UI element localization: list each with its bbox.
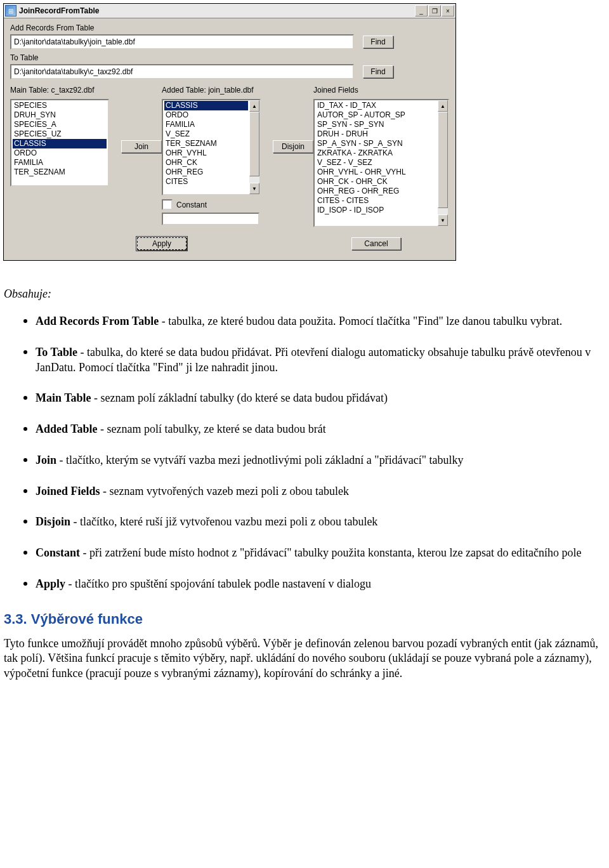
disjoin-button[interactable]: Disjoin: [273, 140, 313, 153]
document-body: Obsahuje: Add Records From Table - tabul…: [0, 261, 609, 695]
constant-checkbox[interactable]: [162, 199, 173, 210]
list-item: Joined Fields - seznam vytvořených vazeb…: [36, 482, 605, 499]
term-text: - tlačítko, kterým se vytváří vazba mezi…: [56, 454, 464, 466]
constant-input[interactable]: [162, 213, 259, 225]
list-item[interactable]: ORDO: [164, 110, 248, 120]
term-text: - při zatržení bude místo hodnot z "přid…: [80, 546, 581, 559]
list-item[interactable]: TER_SEZNAM: [164, 139, 248, 148]
add-records-label: Add Records From Table: [10, 23, 449, 32]
list-item[interactable]: SPECIES_A: [13, 120, 107, 129]
term: Apply: [36, 577, 65, 590]
term-text: - seznam polí základní tabulky (do které…: [91, 391, 388, 404]
list-item[interactable]: OHR_REG - OHR_REG: [316, 187, 436, 196]
list-item[interactable]: OHR_CK: [164, 158, 248, 168]
scroll-thumb[interactable]: [249, 112, 259, 176]
main-table-listbox[interactable]: SPECIESDRUH_SYNSPECIES_ASPECIES_UZCLASSI…: [10, 99, 109, 187]
list-item[interactable]: FAMILIA: [13, 158, 107, 168]
term: Add Records From Table: [36, 315, 159, 327]
list-item: Apply - tlačítko pro spuštění spojování …: [36, 575, 605, 592]
list-item[interactable]: DRUH - DRUH: [316, 129, 436, 139]
list-item[interactable]: SP_SYN - SP_SYN: [316, 120, 436, 129]
list-item: Main Table - seznam polí základní tabulk…: [36, 389, 605, 406]
scroll-down-icon[interactable]: ▼: [438, 214, 448, 226]
scrollbar-joined[interactable]: ▲ ▼: [438, 100, 448, 226]
list-item[interactable]: CLASSIS: [164, 101, 248, 110]
dialog-window: ⊞ JoinRecordFromTable _ ❐ × Add Records …: [3, 3, 456, 261]
minimize-icon[interactable]: _: [415, 5, 428, 16]
list-item[interactable]: ORDO: [13, 148, 107, 158]
term-text: - seznam polí tabulky, ze které se data …: [98, 423, 326, 435]
scroll-down-icon[interactable]: ▼: [249, 183, 259, 194]
added-table-listbox[interactable]: CLASSISORDOFAMILIAV_SEZTER_SEZNAMOHR_VYH…: [162, 99, 261, 195]
list-item[interactable]: SPECIES_UZ: [13, 129, 107, 139]
list-item: To Table - tabulka, do které se data bud…: [36, 343, 605, 376]
contains-heading: Obsahuje:: [4, 287, 605, 301]
list-item[interactable]: OHR_CK - OHR_CK: [316, 177, 436, 187]
term: Disjoin: [36, 515, 70, 528]
added-table-label: Added Table: join_table.dbf: [162, 86, 273, 95]
restore-icon[interactable]: ❐: [428, 5, 441, 16]
list-item: Disjoin - tlačítko, které ruší již vytvo…: [36, 513, 605, 530]
apply-button[interactable]: Apply: [137, 237, 187, 250]
scrollbar-added[interactable]: ▲ ▼: [249, 100, 259, 194]
list-item[interactable]: SP_A_SYN - SP_A_SYN: [316, 139, 436, 148]
list-item[interactable]: ID_ISOP - ID_ISOP: [316, 206, 436, 215]
list-item: Constant - při zatržení bude místo hodno…: [36, 544, 605, 561]
list-item[interactable]: CLASSIS: [13, 139, 107, 148]
term-text: - tabulka, ze které budou data použita. …: [159, 315, 562, 327]
description-list: Add Records From Table - tabulka, ze kte…: [4, 312, 605, 592]
section-body: Tyto funkce umožňují provádět mnoho způs…: [4, 636, 605, 681]
term-text: - seznam vytvořených vazeb mezi poli z o…: [100, 485, 349, 497]
list-item[interactable]: CITES: [164, 177, 248, 187]
app-icon: ⊞: [5, 5, 16, 16]
to-table-input[interactable]: [10, 64, 354, 79]
constant-label: Constant: [176, 201, 207, 209]
list-item[interactable]: FAMILIA: [164, 120, 248, 129]
term-text: - tabulka, do které se data budou přidáv…: [36, 346, 591, 374]
main-table-label: Main Table: c_taxz92.dbf: [10, 86, 121, 95]
list-item: Join - tlačítko, kterým se vytváří vazba…: [36, 451, 605, 468]
join-button[interactable]: Join: [121, 140, 162, 153]
joined-fields-label: Joined Fields: [313, 86, 447, 95]
list-item[interactable]: SPECIES: [13, 101, 107, 110]
list-item[interactable]: ID_TAX - ID_TAX: [316, 101, 436, 110]
list-item[interactable]: AUTOR_SP - AUTOR_SP: [316, 110, 436, 120]
list-item: Add Records From Table - tabulka, ze kte…: [36, 312, 605, 329]
list-item[interactable]: DRUH_SYN: [13, 110, 107, 120]
term: Added Table: [36, 423, 98, 435]
term-text: - tlačítko, které ruší již vytvořenou va…: [70, 515, 377, 528]
term: To Table: [36, 346, 77, 358]
add-records-input[interactable]: [10, 34, 354, 49]
term: Join: [36, 454, 56, 466]
list-item[interactable]: V_SEZ: [164, 129, 248, 139]
find-button-2[interactable]: Find: [363, 65, 393, 78]
scroll-thumb[interactable]: [438, 112, 448, 208]
list-item[interactable]: OHR_REG: [164, 168, 248, 177]
scroll-up-icon[interactable]: ▲: [249, 100, 259, 112]
list-item: Added Table - seznam polí tabulky, ze kt…: [36, 420, 605, 437]
window-title: JoinRecordFromTable: [19, 6, 414, 15]
term: Constant: [36, 546, 80, 559]
scroll-up-icon[interactable]: ▲: [438, 100, 448, 112]
titlebar[interactable]: ⊞ JoinRecordFromTable _ ❐ ×: [4, 4, 455, 18]
cancel-button[interactable]: Cancel: [351, 237, 401, 250]
to-table-label: To Table: [10, 53, 449, 62]
term: Joined Fields: [36, 485, 100, 497]
section-heading: 3.3. Výběrové funkce: [4, 611, 605, 628]
joined-fields-listbox[interactable]: ID_TAX - ID_TAXAUTOR_SP - AUTOR_SPSP_SYN…: [313, 99, 449, 227]
list-item[interactable]: OHR_VYHL: [164, 148, 248, 158]
list-item[interactable]: TER_SEZNAM: [13, 168, 107, 177]
find-button-1[interactable]: Find: [363, 36, 393, 48]
list-item[interactable]: ZKRATKA - ZKRATKA: [316, 148, 436, 158]
term-text: - tlačítko pro spuštění spojování tabule…: [65, 577, 371, 590]
list-item[interactable]: CITES - CITES: [316, 196, 436, 206]
close-icon[interactable]: ×: [442, 5, 454, 16]
term: Main Table: [36, 391, 91, 404]
list-item[interactable]: OHR_VYHL - OHR_VYHL: [316, 168, 436, 177]
list-item[interactable]: V_SEZ - V_SEZ: [316, 158, 436, 168]
